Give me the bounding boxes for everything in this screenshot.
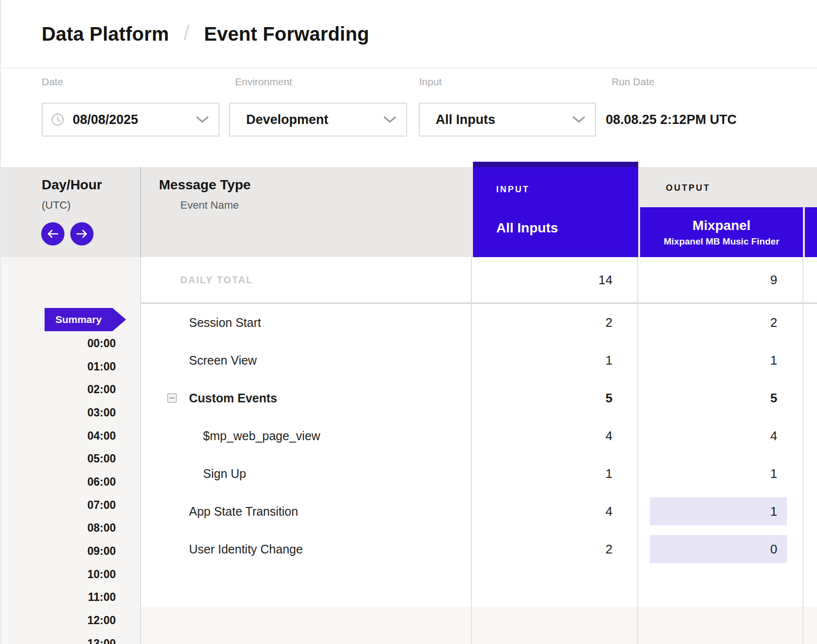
hour-item-09[interactable]: 09:00 — [1, 545, 116, 558]
day-hour-column-title: Day/Hour — [42, 177, 102, 193]
date-filter-label: Date — [42, 76, 63, 88]
input-count: 4 — [471, 417, 613, 455]
run-date-label: Run Date — [612, 76, 655, 88]
chevron-down-icon — [196, 116, 209, 123]
output-column-title: Mixpanel — [640, 218, 803, 233]
hour-item-02[interactable]: 02:00 — [1, 383, 116, 396]
filter-bar: Date Environment Input Run Date 08/08/20… — [1, 68, 817, 167]
table-row: User Identity Change 2 0 — [141, 530, 817, 568]
page-title: Event Forwarding — [204, 23, 369, 45]
input-section-label: INPUT — [496, 184, 530, 195]
input-column-header: INPUT All Inputs — [473, 162, 638, 257]
clock-icon — [51, 113, 64, 126]
output-count: 2 — [638, 304, 777, 341]
event-label: User Identity Change — [189, 530, 303, 568]
run-date-value: 08.08.25 2:12PM UTC — [606, 103, 737, 137]
input-column-header-accent-strip — [473, 162, 638, 167]
hour-item-13[interactable]: 13:00 — [1, 637, 116, 644]
input-count: 2 — [471, 530, 613, 568]
column-divider — [637, 257, 638, 644]
output-count: 5 — [638, 379, 777, 417]
daily-total-row: DAILY TOTAL 14 9 — [141, 257, 817, 304]
sidebar-divider — [140, 257, 141, 644]
input-select[interactable]: All Inputs — [419, 103, 596, 137]
event-label: App State Transition — [189, 492, 298, 530]
hour-item-12[interactable]: 12:00 — [1, 614, 116, 627]
table-row: Session Start 2 2 — [141, 304, 817, 341]
arrow-left-icon — [47, 229, 59, 239]
output-section-label: OUTPUT — [666, 183, 710, 193]
hour-item-04[interactable]: 04:00 — [1, 429, 116, 443]
input-filter-label: Input — [419, 76, 442, 88]
chevron-down-icon — [572, 116, 585, 123]
date-select[interactable]: 08/08/2025 — [42, 103, 220, 137]
environment-filter-label: Environment — [235, 76, 292, 88]
message-type-column-title: Message Type — [159, 177, 251, 193]
event-label: $mp_web_page_view — [203, 417, 320, 455]
input-select-value: All Inputs — [436, 112, 495, 127]
input-count: 5 — [471, 379, 613, 417]
environment-select[interactable]: Development — [229, 103, 407, 137]
hour-item-05[interactable]: 05:00 — [1, 452, 116, 465]
output-count: 4 — [638, 417, 777, 455]
hour-item-10[interactable]: 10:00 — [1, 568, 116, 581]
environment-select-value: Development — [246, 112, 329, 127]
event-label: Sign Up — [203, 455, 246, 492]
event-forwarding-page: Data Platform / Event Forwarding Date En… — [0, 0, 817, 644]
output-count: 1 — [638, 341, 777, 379]
chevron-down-icon — [383, 116, 396, 123]
input-column-title: All Inputs — [496, 220, 558, 236]
output-count: 1 — [638, 492, 777, 530]
table-row: $mp_web_page_view 4 4 — [141, 417, 817, 455]
arrow-right-icon — [76, 229, 88, 239]
day-hour-column-subtitle: (UTC) — [42, 199, 71, 212]
output-column-header-partial — [805, 207, 817, 257]
breadcrumb: Data Platform / Event Forwarding — [1, 0, 817, 68]
input-count: 1 — [471, 455, 613, 492]
breadcrumb-section[interactable]: Data Platform — [42, 23, 169, 45]
daily-total-input-value: 14 — [471, 257, 613, 303]
hour-item-01[interactable]: 01:00 — [1, 360, 116, 373]
hour-item-08[interactable]: 08:00 — [1, 521, 116, 535]
column-divider — [802, 257, 803, 644]
event-label: Session Start — [189, 304, 261, 341]
table-footer-band — [141, 607, 817, 644]
sidebar-divider — [140, 167, 141, 257]
next-day-button[interactable] — [70, 222, 94, 245]
hour-item-03[interactable]: 03:00 — [1, 406, 116, 419]
hour-item-07[interactable]: 07:00 — [1, 499, 116, 512]
event-label: Custom Events — [189, 379, 277, 417]
daily-total-label: DAILY TOTAL — [180, 257, 253, 303]
table-row: Screen View 1 1 — [141, 341, 817, 379]
previous-day-button[interactable] — [41, 222, 64, 245]
event-name-column-subtitle: Event Name — [180, 199, 239, 212]
output-count: 0 — [638, 530, 777, 568]
hour-item-11[interactable]: 11:00 — [1, 591, 116, 604]
breadcrumb-separator: / — [184, 21, 189, 45]
input-count: 4 — [471, 492, 613, 530]
output-count: 1 — [638, 455, 777, 492]
summary-badge-arrow — [112, 308, 126, 331]
table-row: App State Transition 4 1 — [141, 492, 817, 530]
output-column-header-mixpanel: Mixpanel Mixpanel MB Music Finder — [640, 207, 803, 257]
collapse-toggle-icon[interactable] — [167, 393, 177, 403]
table-row: Sign Up 1 1 — [141, 455, 817, 492]
summary-row-label: Summary — [45, 308, 112, 331]
output-column-subtitle: Mixpanel MB Music Finder — [640, 236, 803, 247]
hour-item-06[interactable]: 06:00 — [1, 475, 116, 489]
event-label: Screen View — [189, 341, 257, 379]
input-count: 1 — [471, 341, 613, 379]
hour-item-00[interactable]: 00:00 — [1, 337, 116, 350]
column-divider — [471, 257, 472, 644]
date-select-value: 08/08/2025 — [73, 112, 138, 127]
input-count: 2 — [471, 304, 613, 341]
daily-total-output-value: 9 — [638, 257, 777, 303]
table-row: Custom Events 5 5 — [141, 379, 817, 417]
